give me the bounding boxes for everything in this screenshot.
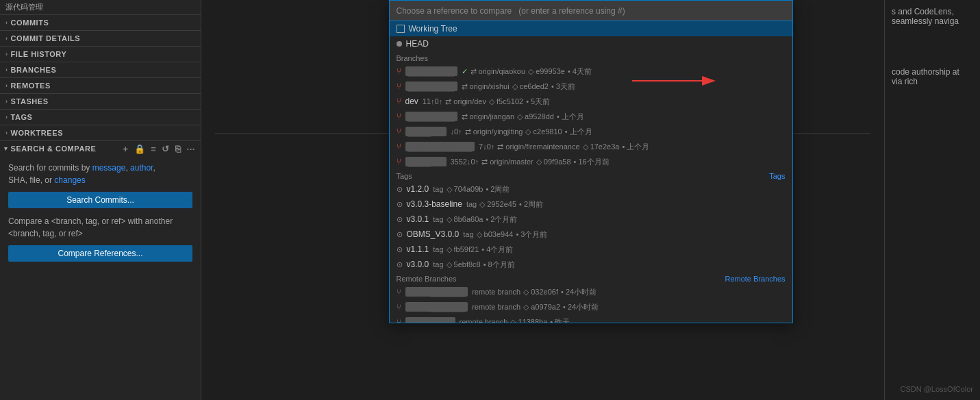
dropdown-item-branch-4[interactable]: ⑂ ████ ↓0↑ ⇄ origin/yingjiting ◇ c2e9810… xyxy=(390,124,792,139)
ellipsis-icon[interactable]: ··· xyxy=(186,143,197,155)
sidebar-header-branches[interactable]: › BRANCHES xyxy=(0,62,201,77)
sidebar-header-worktrees[interactable]: › WORKTREES xyxy=(0,125,201,140)
branch-icon-1: ⑂ xyxy=(397,82,401,91)
reference-search-input[interactable] xyxy=(397,6,786,16)
tag-meta-v120: tag ◇ 704a09b • 2周前 xyxy=(433,184,510,195)
sidebar-section-tags: › TAGS xyxy=(0,110,201,125)
compare-description: Compare a <branch, tag, or ref> with ano… xyxy=(8,215,192,240)
source-control-label: 源代码管理 xyxy=(0,0,201,15)
tags-section-label: Tags Tags xyxy=(390,169,792,182)
compare-references-button[interactable]: Compare References... xyxy=(8,245,192,262)
sidebar-section-commit-details: › COMMIT DETAILS xyxy=(0,31,201,47)
sidebar: 源代码管理 › COMMITS › COMMIT DETAILS › FILE … xyxy=(0,0,201,400)
tag-name-v301: v3.0.1 xyxy=(407,214,429,224)
sidebar-header-stashes[interactable]: › STASHES xyxy=(0,94,201,109)
search-description: Search for commits by message, author, S… xyxy=(8,162,192,186)
tag-icon-v303: ⊙ xyxy=(397,200,403,209)
dropdown-item-working-tree[interactable]: Working Tree xyxy=(390,21,792,36)
branch-icon-dev: ⑂ xyxy=(397,97,401,106)
branch-icon-5: ⑂ xyxy=(397,142,401,151)
tag-icon-v111: ⊙ xyxy=(397,245,403,254)
sidebar-header-commit-details[interactable]: › COMMIT DETAILS xyxy=(0,31,201,46)
sidebar-header-tags[interactable]: › TAGS xyxy=(0,110,201,125)
dropdown-item-branch-3[interactable]: ⑂ ████████ ⇄ origin/jiangan ◇ a9528dd • … xyxy=(390,109,792,124)
sidebar-header-search-compare[interactable]: ▾ SEARCH & COMPARE + 🔒 ≡ ↺ ⎘ ··· xyxy=(0,141,201,156)
dropdown-item-remote-0[interactable]: ⑂ origin/██████ remote branch ◇ 032e06f … xyxy=(390,284,792,299)
dropdown-item-branch-1[interactable]: ⑂ ████████ ⇄ origin/xishui ◇ ce6ded2 • 3… xyxy=(390,79,792,94)
branch-icon-0: ⑂ xyxy=(397,66,401,76)
chevron-right-icon: › xyxy=(5,19,8,26)
search-compare-label: SEARCH & COMPARE xyxy=(11,145,97,153)
tag-name-v120: v1.2.0 xyxy=(407,184,429,194)
dropdown-item-tag-v303[interactable]: ⊙ v3.0.3-baseline tag ◇ 2952e45 • 2周前 xyxy=(390,197,792,212)
branch-name-1: ████████ xyxy=(405,82,457,91)
chevron-down-icon: ▾ xyxy=(4,145,8,152)
reference-dropdown[interactable]: Working Tree HEAD Branches ⑂ ████████ ✓ xyxy=(389,0,793,323)
tag-name-v300: v3.0.0 xyxy=(407,260,429,269)
head-dot-icon xyxy=(397,41,402,47)
sidebar-header-commits[interactable]: › COMMITS xyxy=(0,15,201,30)
chevron-right-icon6: › xyxy=(5,98,8,105)
tag-icon-obms: ⊙ xyxy=(397,230,403,239)
head-label: HEAD xyxy=(406,39,429,49)
list-icon[interactable]: ≡ xyxy=(149,143,158,155)
dropdown-item-remote-1[interactable]: ⑂ origin/██████ remote branch ◇ a0979a2 … xyxy=(390,299,792,314)
dropdown-item-branch-5[interactable]: ⑂ ███████████ 7↓0↑ ⇄ origin/firemaintena… xyxy=(390,139,792,154)
dropdown-item-head[interactable]: HEAD xyxy=(390,36,792,51)
sidebar-section-commits: › COMMITS xyxy=(0,15,201,31)
search-commits-button[interactable]: Search Commits... xyxy=(8,192,192,208)
remote-branch-name-1: origin/██████ xyxy=(405,302,468,312)
tag-icon-v300: ⊙ xyxy=(397,260,403,269)
main-panel: 细节 功能贡献 更... GitLens supercharge GitLens… xyxy=(201,0,980,400)
sidebar-section-branches: › BRANCHES xyxy=(0,62,201,78)
branch-meta-5: 7↓0↑ ⇄ origin/firemaintenance ◇ 17e2e3a … xyxy=(479,142,649,152)
dropdown-item-tag-obms[interactable]: ⊙ OBMS_V3.0.0 tag ◇ b03e944 • 3个月前 xyxy=(390,227,792,242)
tag-icon-v120: ⊙ xyxy=(397,185,403,194)
chevron-right-icon2: › xyxy=(5,35,8,42)
plus-icon[interactable]: + xyxy=(122,143,130,155)
tag-name-v111: v1.1.1 xyxy=(407,245,429,254)
dropdown-item-tag-v120[interactable]: ⊙ v1.2.0 tag ◇ 704a09b • 2周前 xyxy=(390,182,792,197)
lock-icon[interactable]: 🔒 xyxy=(133,143,147,155)
dropdown-item-branch-0[interactable]: ⑂ ████████ ✓ ⇄ origin/qiaokou ◇ e99953e … xyxy=(390,64,792,79)
search-compare-body: Search for commits by message, author, S… xyxy=(0,156,201,274)
chevron-right-icon8: › xyxy=(5,129,8,136)
sidebar-header-file-history[interactable]: › FILE HISTORY xyxy=(0,47,201,62)
dropdown-item-branch-dev[interactable]: ⑂ dev 11↑0↑ ⇄ origin/dev ◇ f5c5102 • 5天前 xyxy=(390,94,792,109)
dropdown-item-branch-6[interactable]: ⑂ ████ 3552↓0↑ ⇄ origin/master ◇ 09f9a58… xyxy=(390,154,792,169)
branch-meta-6: 3552↓0↑ ⇄ origin/master ◇ 09f9a58 • 16个月… xyxy=(451,157,610,167)
copy-icon[interactable]: ⎘ xyxy=(174,143,183,155)
commits-label: COMMITS xyxy=(11,18,49,27)
tag-icon-v301: ⊙ xyxy=(397,215,403,224)
remote-branch-name-0: origin/██████ xyxy=(405,287,468,297)
working-tree-icon xyxy=(397,25,405,33)
worktrees-label: WORKTREES xyxy=(11,129,63,137)
search-by-message-link[interactable]: message xyxy=(92,163,126,173)
tag-name-obms: OBMS_V3.0.0 xyxy=(407,229,460,239)
remote-branch-icon-1: ⑂ xyxy=(397,303,401,311)
tag-meta-v111: tag ◇ fb59f21 • 4个月前 xyxy=(433,245,513,255)
tags-right-label: Tags xyxy=(769,172,785,180)
tag-name-v303: v3.0.3-baseline xyxy=(407,199,462,209)
branch-name-6: ████ xyxy=(405,157,447,166)
right-text-1: s and CodeLens, seamlessly naviga xyxy=(892,7,973,26)
chevron-right-icon5: › xyxy=(5,82,8,89)
sidebar-section-file-history: › FILE HISTORY xyxy=(0,47,201,62)
tags-label: TAGS xyxy=(11,113,33,121)
refresh-icon[interactable]: ↺ xyxy=(160,143,171,155)
branch-meta-3: ⇄ origin/jiangan ◇ a9528dd • 上个月 xyxy=(462,112,584,122)
dropdown-item-tag-v301[interactable]: ⊙ v3.0.1 tag ◇ 8b6a60a • 2个月前 xyxy=(390,212,792,227)
working-tree-label: Working Tree xyxy=(409,24,457,34)
search-by-author-link[interactable]: author xyxy=(130,163,153,173)
remote-branch-icon-0: ⑂ xyxy=(397,288,401,296)
sidebar-header-remotes[interactable]: › REMOTES xyxy=(0,78,201,93)
branches-label: BRANCHES xyxy=(11,66,57,74)
branch-icon-4: ⑂ xyxy=(397,127,401,136)
sidebar-section-remotes: › REMOTES xyxy=(0,78,201,94)
search-by-changes-link[interactable]: changes xyxy=(54,175,85,185)
chevron-right-icon3: › xyxy=(5,51,8,58)
dropdown-item-tag-v111[interactable]: ⊙ v1.1.1 tag ◇ fb59f21 • 4个月前 xyxy=(390,242,792,257)
right-panel: s and CodeLens, seamlessly naviga code a… xyxy=(884,0,980,400)
dropdown-item-tag-v300[interactable]: ⊙ v3.0.0 tag ◇ 5ebf8c8 • 8个月前 xyxy=(390,257,792,272)
dropdown-item-remote-2[interactable]: ⑂ or/██████ remote branch ◇ 11388ba • 昨天 xyxy=(390,314,792,323)
